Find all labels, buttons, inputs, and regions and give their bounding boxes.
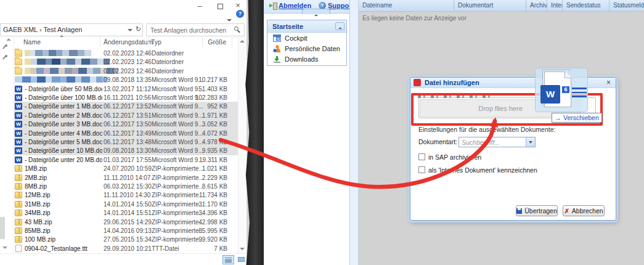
column-header-statusmeldung[interactable]: Statusmeldung xyxy=(609,0,644,12)
file-row[interactable]: 02.02.2023 12:46Dateiordner xyxy=(14,57,238,66)
file-size: 34.396 KB xyxy=(186,210,227,216)
address-bar[interactable]: GAEB XML › Test Anlagen ↻ xyxy=(0,23,143,36)
panel-collapse-button[interactable] xyxy=(335,22,344,30)
move-tooltip: → Verschieben xyxy=(552,113,602,123)
search-box[interactable]: Test Anlagen durchsuchen xyxy=(146,23,245,36)
zip-file-icon xyxy=(15,165,22,172)
column-header-sendestatus[interactable]: Sendestatus xyxy=(563,0,609,12)
file-row[interactable]: 09.08.2018 13:35Microsoft Word 9...10.21… xyxy=(14,75,238,84)
file-row[interactable]: - Dateigröße unter 5 MB.doc06.12.2017 13… xyxy=(14,137,238,146)
column-header-name[interactable]: Name xyxy=(23,38,41,46)
column-divider[interactable] xyxy=(202,37,203,47)
file-row[interactable]: - Dateigröße unter 10 MB.doc09.08.2018 1… xyxy=(14,146,238,155)
ribbon-collapse-icon[interactable] xyxy=(227,13,232,24)
search-placeholder: Test Anlagen durchsuchen xyxy=(150,26,226,34)
dialog-title: Datei hinzufügen xyxy=(425,79,479,86)
file-row[interactable]: 02.02.2023 12:46Dateiordner xyxy=(14,67,238,75)
thumbnails-view-button[interactable] xyxy=(236,255,248,264)
scroll-up-icon[interactable] xyxy=(240,40,245,43)
file-row[interactable]: 8MB.zip06.03.2012 15:30ZIP-komprimierte.… xyxy=(14,182,238,190)
pin-icon[interactable] xyxy=(1,44,9,52)
file-row[interactable]: 31MB.zip14.01.2014 15:50ZIP-komprimierte… xyxy=(14,200,238,208)
checkbox[interactable] xyxy=(418,166,425,173)
panel-collapse-handle[interactable] xyxy=(302,9,330,14)
dokumentart-combobox[interactable]: Suchbegriff... xyxy=(459,137,536,147)
column-header-dateiname[interactable]: Dateiname xyxy=(359,0,454,12)
nav-scroll-up-icon[interactable] xyxy=(6,38,11,41)
nav-item-person[interactable]: Persönliche Daten xyxy=(267,43,346,54)
close-button[interactable]: × xyxy=(233,1,243,10)
file-size: 19.311 KB xyxy=(186,157,227,163)
nav-scrollbar-thumb[interactable] xyxy=(0,217,5,239)
file-size: 31.170 KB xyxy=(186,201,227,208)
checkbox[interactable] xyxy=(418,153,425,160)
maximize-button[interactable] xyxy=(218,4,223,9)
file-size: 4.072 KB xyxy=(186,130,227,137)
file-row[interactable]: 43 MB.zip29.06.2015 14:29ZIP-komprimiert… xyxy=(14,218,238,226)
screenshot-canvas: – × ? GAEB XML › Test Anlagen ↻ Test Anl… xyxy=(0,0,644,265)
combobox-dropdown-button[interactable] xyxy=(526,137,535,147)
column-divider[interactable] xyxy=(148,37,149,47)
nav-scroll-down-icon[interactable] xyxy=(2,247,7,249)
splitter[interactable] xyxy=(349,0,359,265)
file-row[interactable]: - Dateigröße unter 4 MB.doc06.12.2017 13… xyxy=(14,129,238,137)
file-date: 13.02.2017 11:12 xyxy=(104,86,152,92)
file-row[interactable]: - Dateigröße unter 3 MB.doc06.12.2017 13… xyxy=(14,120,238,128)
file-size: 1.021 KB xyxy=(186,165,227,172)
file-row[interactable]: 12MB.zip11.11.2010 14:30ZIP-komprimierte… xyxy=(14,190,238,199)
file-date: 14.01.2014 15:51 xyxy=(104,210,152,216)
column-header-type[interactable]: Typ xyxy=(151,38,161,46)
thumbnails-view-icon xyxy=(238,257,245,262)
settings-heading: Einstellungen für die ausgewählten Dokum… xyxy=(418,126,555,133)
list-scrollbar[interactable] xyxy=(238,37,246,253)
file-type: Dateiordner xyxy=(152,68,203,75)
file-row[interactable]: 0904-02_Testanlage.ttt29.09.2010 10:21TT… xyxy=(14,244,238,253)
address-dropdown-icon[interactable] xyxy=(128,29,132,31)
file-name: 85MB.zip xyxy=(25,227,102,234)
pin-icon[interactable] xyxy=(1,55,9,62)
file-row[interactable]: 100 MB.zip27.05.2015 15:34ZIP-komprimier… xyxy=(14,235,238,243)
nav-item-download[interactable]: Downloads xyxy=(267,54,346,64)
nav-item-cockpit[interactable]: Cockpit xyxy=(267,33,346,43)
minimize-button[interactable]: – xyxy=(195,1,205,11)
abbrechen-button[interactable]: ✗Abbrechen xyxy=(563,205,605,216)
details-view-button[interactable] xyxy=(222,255,234,264)
file-row[interactable]: - Dateigröße über 50 MB.doc13.02.2017 11… xyxy=(14,84,238,93)
file-date: 06.12.2017 13:52 xyxy=(104,103,152,110)
column-header-size[interactable]: Größe xyxy=(203,38,226,46)
dialog-close-button[interactable]: × xyxy=(606,78,611,87)
file-row[interactable]: - Dateigröße unter 20 MB.doc01.03.2017 1… xyxy=(14,155,238,164)
uebertragen-button[interactable]: Übertragen xyxy=(516,205,558,216)
text-lines-icon xyxy=(572,88,587,100)
file-row[interactable]: 85MB.zip14.04.2016 09:13ZIP-komprimierte… xyxy=(14,226,238,235)
file-count-badge: 6 xyxy=(561,86,570,94)
refresh-icon[interactable]: ↻ xyxy=(136,25,141,33)
help-button[interactable]: ? xyxy=(236,10,244,18)
file-name: 12MB.zip xyxy=(25,192,102,198)
search-icon[interactable] xyxy=(234,26,238,31)
scroll-down-icon[interactable] xyxy=(240,248,245,250)
file-date: 06.12.2017 13:49 xyxy=(104,130,152,137)
column-divider[interactable] xyxy=(100,37,100,47)
file-row[interactable]: - Dateigröße unter 1 MB.doc06.12.2017 13… xyxy=(14,102,238,110)
file-size: 102.283 KB xyxy=(186,94,227,101)
file-row[interactable]: 02.02.2023 12:46Dateiordner xyxy=(14,49,238,57)
nav-item-label: Persönliche Daten xyxy=(285,45,340,52)
column-header-archiv[interactable]: Archiv.- xyxy=(526,0,547,12)
file-row[interactable]: 1MB.zip24.07.2020 10:59ZIP-komprimierte.… xyxy=(14,164,238,173)
file-row[interactable]: - Dateigröße unter 2 MB.doc06.12.2017 13… xyxy=(14,111,238,120)
file-row[interactable]: 2MB.zip11.11.2010 14:07ZIP-komprimierte.… xyxy=(14,173,238,182)
explorer-window: – × ? GAEB XML › Test Anlagen ↻ Test Anl… xyxy=(0,0,247,265)
column-header-date[interactable]: Änderungsdatum xyxy=(104,38,153,46)
breadcrumb[interactable]: GAEB XML › Test Anlagen xyxy=(3,26,82,33)
file-date: 24.07.2020 10:59 xyxy=(104,165,152,172)
file-date: 06.03.2012 15:30 xyxy=(104,183,152,190)
column-divider[interactable] xyxy=(232,37,232,47)
file-size: 99.920 KB xyxy=(186,236,227,243)
file-row[interactable]: 34MB.zip14.01.2014 15:51ZIP-komprimierte… xyxy=(14,208,238,217)
column-header-dokumentart[interactable]: Dokumentart xyxy=(454,0,526,12)
file-row[interactable]: - Dateigröße über 100 MB.doc16.11.2021 1… xyxy=(14,93,238,102)
file-size: 7 KB xyxy=(186,245,227,252)
column-header-intern[interactable]: Intern xyxy=(547,0,563,12)
file-date: 09.08.2018 13:35 xyxy=(104,76,152,83)
